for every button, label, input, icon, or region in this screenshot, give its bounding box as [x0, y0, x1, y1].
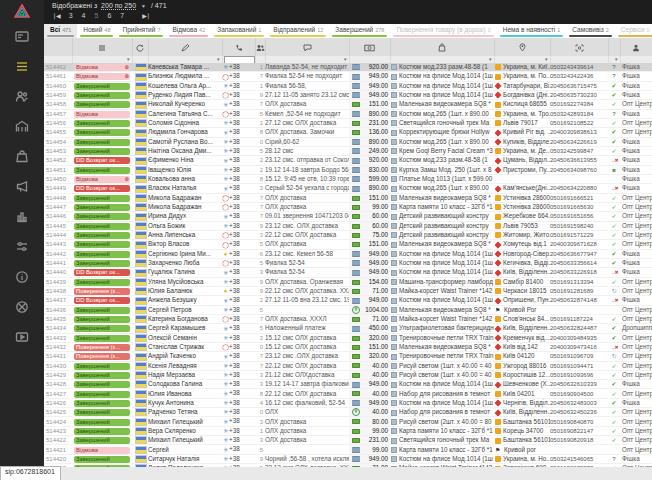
- sidebar-item-video-tutorials[interactable]: [0, 322, 44, 352]
- table-row[interactable]: 514447 Завершений Микола Бадражан ◯+38 7…: [44, 202, 652, 211]
- table-row[interactable]: 514444 Завершений Анна Липенська ◯+38 3 …: [44, 230, 652, 239]
- tab-всі[interactable]: Всі471: [44, 24, 77, 38]
- table-row[interactable]: 514455 Завершений Людмила Гончарова ✳+38…: [44, 128, 652, 137]
- sidebar-item-clients[interactable]: [0, 82, 44, 112]
- table-row[interactable]: 514451 Завершений Іващенко Юлія ✳+38 2 1…: [44, 165, 652, 174]
- ttn-column-header[interactable]: [550, 38, 608, 56]
- table-row[interactable]: 514435 Завершений Катерина Богданова ◯+3…: [44, 314, 652, 323]
- table-row[interactable]: 514429 Завершений Надія Мерзаєва ✳+38 3 …: [44, 370, 652, 379]
- manager-column-header[interactable]: [620, 38, 652, 56]
- table-row[interactable]: 514422 Завершений Михаил Гилецький ✳+38 …: [44, 436, 652, 445]
- sidebar-item-reports[interactable]: [0, 202, 44, 232]
- check-column-header[interactable]: [608, 38, 620, 56]
- table-row[interactable]: 514430 Завершений Ксенія Левадняя ✳+38 7…: [44, 361, 652, 370]
- table-row[interactable]: 514441 Завершений Захарченко Люба ◯+38 5…: [44, 258, 652, 267]
- ttn-filter[interactable]: [550, 56, 608, 63]
- range-dropdown[interactable]: 200 по 250: [101, 2, 136, 10]
- table-row[interactable]: 514453 Завершений Нікітіна Оксана Дми...…: [44, 146, 652, 155]
- tab-самовивіз[interactable]: Самовивіз2: [566, 24, 615, 38]
- table-row[interactable]: 514457 Відмова Салегина Татьяна С... ◯+3…: [44, 109, 652, 118]
- table-row[interactable]: 514437 DD Возврат ок... Анжела Безушку ✳…: [44, 296, 652, 305]
- amount-column-header[interactable]: [349, 38, 390, 56]
- table-row[interactable]: 514424 Завершений Михаил Гилецький ✳+38 …: [44, 417, 652, 426]
- table-row[interactable]: 514420 Завершений Ситарчук Наталія ✳+38 …: [44, 454, 652, 463]
- tab-завершений[interactable]: Завершений278: [329, 24, 390, 38]
- client-column-header[interactable]: [148, 38, 222, 56]
- page-7[interactable]: 7: [120, 12, 124, 19]
- tab-повернення-товару-в-дорозі-[interactable]: Повернення товару (в дорозі)0: [390, 24, 496, 38]
- table-row[interactable]: 514434 Завершений Сергей Карамышев ✳+38 …: [44, 324, 652, 333]
- contacts-column-header[interactable]: [255, 38, 265, 56]
- phone-column-header[interactable]: [222, 38, 255, 56]
- sidebar-item-announcements[interactable]: [0, 172, 44, 202]
- comment-column-header[interactable]: [265, 38, 349, 56]
- page-5-current[interactable]: 5: [94, 12, 98, 19]
- table-row[interactable]: 514462 Відмова⊗ Каневська Тамара ... ✳+3…: [44, 63, 652, 72]
- tab-прийнятий[interactable]: Прийнятий7: [116, 24, 166, 38]
- table-row[interactable]: 514456 Завершений Соломія Сідоніна ✳+38 …: [44, 118, 652, 127]
- table-row[interactable]: 514440 DD Возврат ок... Гуцалюк Галина ✳…: [44, 268, 652, 277]
- table-row[interactable]: 514460 Завершений Кошелева Ольга Ар... ✳…: [44, 81, 652, 90]
- tab-сервіси[interactable]: Сервіси0: [615, 24, 652, 38]
- sidebar-item-support[interactable]: [0, 292, 44, 322]
- table-row[interactable]: 514431 Повернення (з... Андрій Ткаченко …: [44, 352, 652, 361]
- table-row[interactable]: 514458 Завершений Николай Кучеренко ✳+38…: [44, 100, 652, 109]
- table-row[interactable]: 514450 Відмова⊗ Ковальова анна ✳+38 8 15…: [44, 174, 652, 183]
- table-row[interactable]: 514445 Завершений Ольга Божик ✳+38 9 23.…: [44, 221, 652, 230]
- sidebar-item-dashboard[interactable]: [0, 22, 44, 52]
- table-row[interactable]: 514452 DD Возврат ок... Єфименко Ніна ✳+…: [44, 156, 652, 165]
- table-row[interactable]: 514461 Відмова⊗ Близнюк Людмила ... ◯+38…: [44, 72, 652, 81]
- address-column-header[interactable]: [494, 38, 550, 56]
- table-row[interactable]: 514425 Завершений Радченко Тетяна ✳+38 0…: [44, 408, 652, 417]
- count-filter[interactable]: [255, 56, 265, 63]
- table-row[interactable]: 514423 Завершений Вера Скляренко ✳+38 1 …: [44, 426, 652, 435]
- table-row[interactable]: 514439 Завершений Уляна Мусійовська ✳+38…: [44, 277, 652, 286]
- table-row[interactable]: 514443 Завершений Віктор Власов ◯+38 5 О…: [44, 240, 652, 249]
- table-row[interactable]: 514426 Завершений Кучук Антонина ✳+38 4 …: [44, 398, 652, 407]
- comment-filter[interactable]: ▼: [265, 56, 349, 63]
- status-column-header[interactable]: [72, 38, 132, 56]
- table-row[interactable]: 514446 Завершений Ирина Дидух ✳+38 7 09.…: [44, 212, 652, 221]
- table-row[interactable]: 514427 Завершений Юлия Иванова ✳+38 8 22…: [44, 389, 652, 398]
- tab-відправлений[interactable]: Відправлений12: [267, 24, 329, 38]
- manager-filter[interactable]: [620, 56, 652, 63]
- products-column-header[interactable]: [390, 38, 494, 56]
- page-3[interactable]: 3: [69, 12, 73, 19]
- page-4[interactable]: 4: [82, 12, 86, 19]
- product-filter[interactable]: ▼: [390, 56, 494, 63]
- table-row[interactable]: 514433 Завершений Олексій Семанін ✳+38 3…: [44, 333, 652, 342]
- id-column-header[interactable]: [44, 38, 72, 56]
- table-row[interactable]: 514449 DD Возврат ок... Власюк Наталья ✳…: [44, 184, 652, 193]
- id-filter[interactable]: [44, 56, 72, 63]
- client-filter[interactable]: ▼: [148, 56, 222, 63]
- table-row[interactable]: 514432 Повернення (з... Станіслав Стрижа…: [44, 342, 652, 351]
- sidebar-item-settings[interactable]: [0, 232, 44, 262]
- tab-відмова[interactable]: Відмова42: [166, 24, 211, 38]
- flag-column-header[interactable]: [132, 38, 148, 56]
- first-page-button[interactable]: ❘◀: [52, 12, 60, 19]
- table-row[interactable]: 514448 Завершений Микола Бадражан ◯+38 7…: [44, 193, 652, 202]
- flag-filter[interactable]: [132, 56, 148, 63]
- table-row[interactable]: 514459 Завершений Руденко Лидия Пав... ◯…: [44, 90, 652, 99]
- page-6[interactable]: 6: [107, 12, 111, 19]
- phone-filter-input[interactable]: [224, 56, 255, 63]
- table-row[interactable]: 514436 Завершений Сергей Петров ✳+38 5 ₴…: [44, 305, 652, 314]
- status-filter[interactable]: ▼: [72, 56, 132, 63]
- tab-новий[interactable]: Новий48: [77, 24, 116, 38]
- check-filter[interactable]: ▼: [608, 56, 620, 63]
- tab-запакований[interactable]: Запакований1: [211, 24, 267, 38]
- table-row[interactable]: 514428 Завершений Солодкова Галина ✳+38 …: [44, 380, 652, 389]
- address-filter[interactable]: ▼: [494, 56, 550, 63]
- tab-нема-в-наявності[interactable]: Нема в наявності1: [497, 24, 567, 38]
- table-row[interactable]: 514421 Відмова Сергей ✳+38 5 99.00 Карта…: [44, 445, 652, 454]
- sidebar-item-purchases[interactable]: [0, 142, 44, 172]
- table-row[interactable]: 514454 Завершений Самотій Руслана Во... …: [44, 137, 652, 146]
- sidebar-item-info[interactable]: [0, 262, 44, 292]
- last-page-button[interactable]: ▶❘: [142, 12, 150, 19]
- amount-filter[interactable]: [349, 56, 390, 63]
- sidebar-item-warehouse[interactable]: [0, 112, 44, 142]
- app-logo[interactable]: [0, 0, 44, 22]
- table-row[interactable]: 514438 Повернення (з... Юлия Баланюк ●+3…: [44, 286, 652, 295]
- sidebar-item-orders-list[interactable]: [0, 52, 44, 82]
- table-row[interactable]: 514442 Завершений Сергіюнко Ірина Ми... …: [44, 249, 652, 258]
